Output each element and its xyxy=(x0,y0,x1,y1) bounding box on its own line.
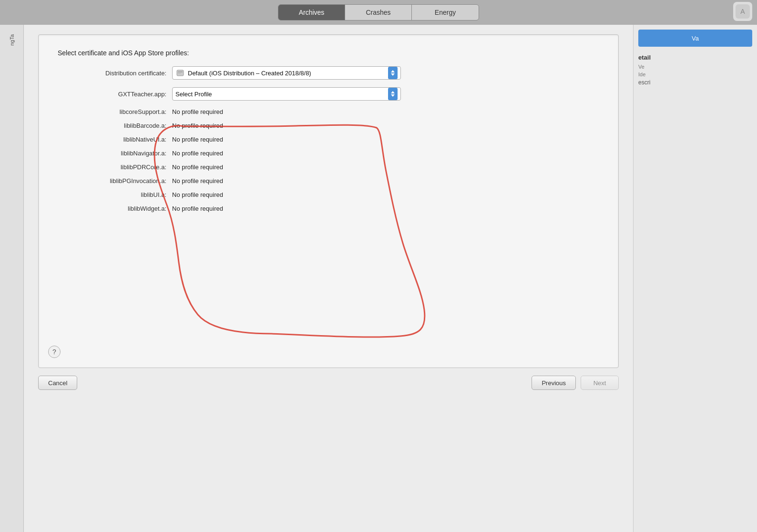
action-left: Cancel xyxy=(38,376,77,390)
lib-row-value: No profile required xyxy=(172,191,223,198)
lib-row-label: liblibBarcode.a: xyxy=(58,122,172,129)
tab-bar: Archives Crashes Energy A xyxy=(0,0,757,25)
lib-row: liblibNavigator.a:No profile required xyxy=(58,150,599,157)
sidebar-label: ngTa xyxy=(9,34,15,46)
dialog-inner: Select certificate and iOS App Store pro… xyxy=(39,35,618,368)
lib-row: libcoreSupport.a:No profile required xyxy=(58,108,599,115)
detail-section-label: etail xyxy=(638,54,651,61)
detail-title: etail xyxy=(638,54,752,61)
distribution-label: Distribution certificate: xyxy=(58,70,172,77)
action-bar: Cancel Previous Next xyxy=(38,368,619,399)
right-panel: Va etail Ve Ide escri xyxy=(633,25,757,532)
lib-row: liblibPGInvocation.a:No profile required xyxy=(58,177,599,184)
stepper-down-icon xyxy=(391,73,395,76)
lib-row-value: No profile required xyxy=(172,205,223,212)
lib-row: liblibBarcode.a:No profile required xyxy=(58,122,599,129)
lib-row-label: liblibWidget.a: xyxy=(58,205,172,212)
main-area: ngTa Select certificate and iOS App Stor… xyxy=(0,25,757,532)
description-label: escri xyxy=(638,79,650,86)
lib-row-label: liblibPGInvocation.a: xyxy=(58,177,172,184)
lib-profile-rows: libcoreSupport.a:No profile requiredlibl… xyxy=(58,108,599,212)
sidebar: ngTa xyxy=(0,25,24,532)
previous-button[interactable]: Previous xyxy=(532,376,576,390)
lib-row-value: No profile required xyxy=(172,164,223,171)
tab-energy[interactable]: Energy xyxy=(412,5,479,20)
profile-placeholder: Select Profile xyxy=(175,91,386,98)
stepper-up-icon xyxy=(391,70,395,72)
profile-select[interactable]: Select Profile xyxy=(172,87,401,101)
profile-row: GXTTeacher.app: Select Profile xyxy=(58,87,599,101)
tab-archives-label: Archives xyxy=(299,9,325,16)
app-icon: A xyxy=(733,2,752,21)
distribution-stepper[interactable] xyxy=(388,67,398,79)
profile-stepper[interactable] xyxy=(388,88,398,100)
lib-row: liblibPDRCore.a:No profile required xyxy=(58,164,599,171)
distribution-select[interactable]: Default (iOS Distribution – Created 2018… xyxy=(172,66,401,80)
cert-icon xyxy=(175,68,185,78)
cancel-button[interactable]: Cancel xyxy=(38,376,77,390)
profile-label: GXTTeacher.app: xyxy=(58,91,172,98)
tab-crashes-label: Crashes xyxy=(366,9,390,16)
tab-energy-label: Energy xyxy=(435,9,456,16)
detail-row-1-label: Ve xyxy=(638,64,644,70)
lib-row-value: No profile required xyxy=(172,122,223,129)
distribution-row: Distribution certificate: Default (iOS D… xyxy=(58,66,599,80)
lib-row-value: No profile required xyxy=(172,150,223,157)
detail-row-1: Ve xyxy=(638,64,752,70)
dialog-panel: Select certificate and iOS App Store pro… xyxy=(38,34,619,368)
profile-stepper-up-icon xyxy=(391,91,395,93)
next-button[interactable]: Next xyxy=(581,376,619,390)
lib-row: liblibNativeUI.a:No profile required xyxy=(58,136,599,143)
validate-label: Va xyxy=(692,35,699,42)
lib-row: liblibUI.a:No profile required xyxy=(58,191,599,198)
description-section: escri xyxy=(638,79,752,86)
distribution-control: Default (iOS Distribution – Created 2018… xyxy=(172,66,599,80)
center-area: Select certificate and iOS App Store pro… xyxy=(24,25,633,532)
distribution-value: Default (iOS Distribution – Created 2018… xyxy=(188,70,386,77)
svg-text:A: A xyxy=(740,8,745,15)
svg-rect-3 xyxy=(178,72,183,72)
action-right: Previous Next xyxy=(532,376,619,390)
lib-row-value: No profile required xyxy=(172,177,223,184)
svg-rect-4 xyxy=(178,73,181,74)
lib-row: liblibWidget.a:No profile required xyxy=(58,205,599,212)
help-button[interactable]: ? xyxy=(48,346,61,358)
profile-control: Select Profile xyxy=(172,87,599,101)
lib-row-label: libcoreSupport.a: xyxy=(58,108,172,115)
lib-row-label: liblibNavigator.a: xyxy=(58,150,172,157)
lib-row-value: No profile required xyxy=(172,108,223,115)
detail-row-2: Ide xyxy=(638,72,752,77)
lib-row-label: liblibPDRCore.a: xyxy=(58,164,172,171)
lib-row-value: No profile required xyxy=(172,136,223,143)
validate-button[interactable]: Va xyxy=(638,30,752,47)
lib-row-label: liblibNativeUI.a: xyxy=(58,136,172,143)
tab-group: Archives Crashes Energy xyxy=(278,4,479,20)
tab-crashes[interactable]: Crashes xyxy=(345,5,412,20)
profile-stepper-down-icon xyxy=(391,94,395,97)
section-title: Select certificate and iOS App Store pro… xyxy=(58,49,599,57)
lib-row-label: liblibUI.a: xyxy=(58,191,172,198)
detail-row-2-label: Ide xyxy=(638,72,645,77)
tab-archives[interactable]: Archives xyxy=(278,5,345,20)
